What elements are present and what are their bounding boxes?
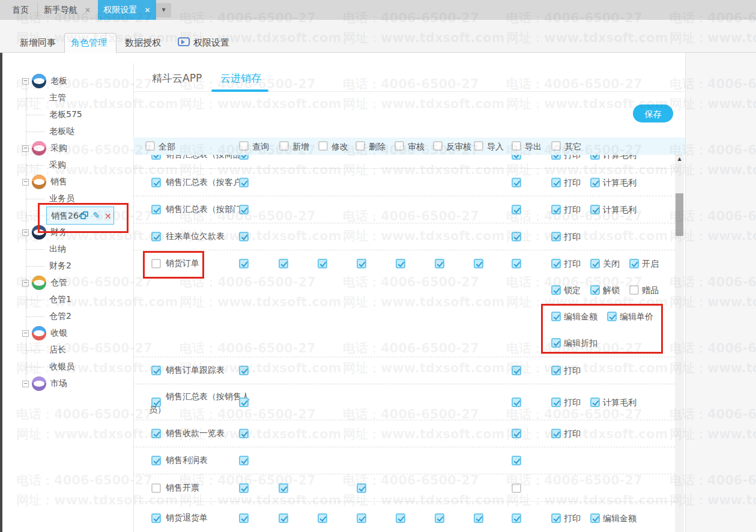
checkbox-option-打印[interactable] [551, 429, 561, 438]
checkbox-option-打印[interactable] [551, 259, 561, 268]
checkbox-销货订单-col0[interactable] [239, 259, 249, 268]
checkbox-option-打印[interactable] [551, 205, 561, 214]
tree-item-采购[interactable]: 采购 [49, 160, 66, 171]
tree-group-收银[interactable]: 收银 [50, 328, 67, 339]
checkbox-往来单位欠款表-col7[interactable] [512, 232, 521, 241]
tree-group-采购[interactable]: 采购 [50, 143, 67, 154]
checkbox-销货退货单-col0[interactable] [239, 513, 249, 523]
video-tutorial-icon[interactable] [178, 37, 190, 46]
tree-item-出纳[interactable]: 出纳 [49, 244, 66, 255]
tree-expand-icon[interactable]: − [22, 330, 29, 337]
checkbox-option-编辑单价[interactable] [607, 312, 617, 321]
tree-item-selected[interactable]: 销售264✎✕ [46, 207, 114, 225]
checkbox-option-打印[interactable] [551, 366, 561, 375]
tree-item-老板575[interactable]: 老板575 [49, 109, 82, 120]
checkbox-option-开启[interactable] [629, 259, 639, 268]
window-tab-1[interactable]: 首页 [5, 0, 36, 20]
checkbox-option-计算毛利[interactable] [590, 155, 600, 160]
window-tab-2[interactable]: 新手导航✕ [37, 0, 97, 20]
close-tab-icon[interactable]: ✕ [85, 1, 91, 20]
save-button[interactable]: 保存 [633, 104, 673, 122]
checkbox-option-打印[interactable] [551, 513, 561, 523]
checkbox-销售开票-col3[interactable] [357, 483, 366, 493]
checkbox-销售汇总表（按销售人员）-col7[interactable] [512, 397, 521, 407]
tree-expand-icon[interactable]: − [22, 229, 29, 236]
checkbox-col-查询[interactable] [239, 141, 249, 151]
checkbox-销售汇总表（按部门）-col7[interactable] [512, 205, 521, 214]
checkbox-销售汇总表（按部门）-col0[interactable] [239, 205, 249, 214]
subtab-2[interactable]: 角色管理 [71, 37, 107, 49]
checkbox-销货退货单-col2[interactable] [318, 513, 327, 523]
checkbox-row-往来单位欠款表[interactable] [151, 232, 161, 241]
checkbox-option-打印[interactable] [551, 178, 561, 187]
window-tab-3[interactable]: 权限设置✕ [98, 0, 156, 20]
checkbox-row-销售汇总表（按部门）[interactable] [151, 205, 161, 214]
checkbox-option-编辑折扣[interactable] [551, 338, 561, 348]
checkbox-option-计算毛利[interactable] [590, 397, 600, 407]
checkbox-销货退货单-col5[interactable] [435, 513, 444, 523]
checkbox-销售订单跟踪表-col0[interactable] [239, 366, 249, 375]
tree-item-店长[interactable]: 店长 [49, 345, 66, 355]
tree-expand-icon[interactable]: − [22, 78, 29, 85]
checkbox-销售汇总表（按客户）-col0[interactable] [239, 178, 249, 187]
checkbox-select-all[interactable] [145, 141, 155, 151]
checkbox-销货退货单-col4[interactable] [396, 513, 405, 523]
checkbox-option-打印[interactable] [551, 397, 561, 407]
checkbox-col-导出[interactable] [512, 141, 521, 151]
tree-group-仓管[interactable]: 仓管 [50, 277, 67, 288]
checkbox-col-反审核[interactable] [433, 141, 443, 151]
subtab-permission-help[interactable]: 权限设置 [193, 37, 229, 49]
tree-item-业务员[interactable]: 业务员 [49, 193, 74, 204]
checkbox-销货订单-col4[interactable] [396, 259, 405, 268]
checkbox-option-计算毛利[interactable] [590, 205, 600, 214]
checkbox-row-销货订单[interactable] [151, 259, 161, 268]
checkbox-row-销售订单跟踪表[interactable] [151, 366, 161, 375]
tree-group-财务[interactable]: 财务 [50, 227, 67, 238]
tree-item-老板哒[interactable]: 老板哒 [49, 126, 74, 137]
subtab-3[interactable]: 数据授权 [125, 37, 161, 49]
tree-item-财务2[interactable]: 财务2 [49, 261, 71, 271]
tree-expand-icon[interactable]: − [22, 179, 29, 186]
tree-group-市场[interactable]: 市场 [50, 378, 67, 389]
tab-list-dropdown-button[interactable]: ▼ [156, 3, 171, 17]
delete-role-icon[interactable]: ✕ [104, 212, 112, 220]
checkbox-销货退货单-col7[interactable] [512, 513, 521, 523]
tree-group-销售[interactable]: 销售 [50, 177, 67, 187]
checkbox-option-赠品[interactable] [629, 285, 639, 295]
checkbox-销售汇总表（按商品）-col7[interactable] [512, 155, 521, 160]
checkbox-销售收款一览表-col7[interactable] [512, 429, 521, 438]
tree-item-主管[interactable]: 主管 [49, 92, 66, 103]
checkbox-col-审核[interactable] [395, 141, 404, 151]
checkbox-销售开票-col0[interactable] [239, 483, 249, 493]
checkbox-往来单位欠款表-col0[interactable] [239, 232, 249, 241]
checkbox-销售收款一览表-col0[interactable] [239, 429, 249, 438]
checkbox-col-导入[interactable] [474, 141, 483, 151]
checkbox-row-销售汇总表（按客户）[interactable] [151, 178, 161, 187]
scrollbar-thumb[interactable] [676, 193, 683, 236]
checkbox-row-销售利润表[interactable] [151, 456, 161, 465]
checkbox-option-关闭[interactable] [590, 259, 600, 268]
checkbox-option-打印[interactable] [551, 232, 561, 241]
checkbox-销货退货单-col3[interactable] [357, 513, 366, 523]
checkbox-option-解锁[interactable] [590, 285, 600, 295]
checkbox-col-修改[interactable] [318, 141, 328, 151]
tree-item-仓管1[interactable]: 仓管1 [49, 294, 71, 305]
tree-expand-icon[interactable]: − [22, 381, 29, 387]
checkbox-col-新增[interactable] [279, 141, 289, 151]
checkbox-销货订单-col6[interactable] [474, 259, 483, 268]
checkbox-销售汇总表（按商品）-col0[interactable] [239, 155, 249, 160]
checkbox-row-销售开票[interactable] [151, 483, 161, 493]
checkbox-option-编辑金额[interactable] [590, 513, 600, 523]
checkbox-销货退货单-col6[interactable] [474, 513, 483, 523]
checkbox-option-锁定[interactable] [551, 285, 561, 295]
tree-group-老板[interactable]: 老板 [50, 76, 67, 86]
checkbox-销售汇总表（按客户）-col7[interactable] [512, 178, 521, 187]
checkbox-option-计算毛利[interactable] [590, 178, 600, 187]
checkbox-销售汇总表（按销售人员）-col0[interactable] [239, 397, 249, 407]
close-tab-icon[interactable]: ✕ [144, 1, 150, 20]
scrollbar-up-arrow-icon[interactable]: ▲ [675, 156, 684, 162]
checkbox-销货退货单-col1[interactable] [279, 513, 288, 523]
tree-item-收银员[interactable]: 收银员 [49, 361, 74, 372]
tree-expand-icon[interactable]: − [22, 145, 29, 152]
checkbox-col-删除[interactable] [355, 141, 365, 151]
